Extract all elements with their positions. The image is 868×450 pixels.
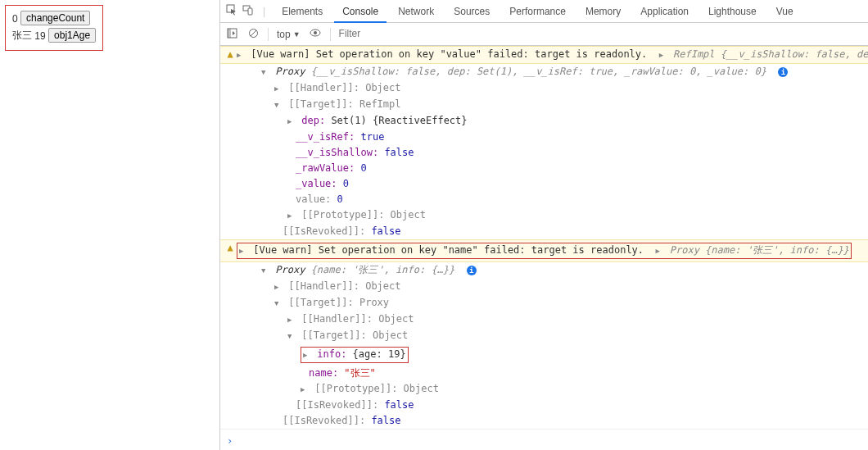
expand-toggle[interactable] <box>274 296 283 311</box>
property-key: name: <box>309 367 344 379</box>
tab-sources[interactable]: Sources <box>445 0 498 23</box>
separator <box>268 28 269 41</box>
console-warning[interactable]: ▲ [Vue warn] Set operation on key "value… <box>220 46 868 64</box>
property-value: "张三" <box>344 367 375 379</box>
clear-console-icon[interactable] <box>246 28 260 41</box>
svg-point-8 <box>314 31 317 34</box>
warning-icon: ▲ <box>224 48 237 61</box>
property-key: __v_isShallow: <box>296 147 384 158</box>
svg-rect-4 <box>228 29 231 38</box>
warning-text: [Vue warn] Set operation on key "value" … <box>251 48 647 60</box>
console-log[interactable]: Proxy {__v_isShallow: false, dep: Set(1)… <box>220 64 868 80</box>
info-icon[interactable]: i <box>778 67 788 77</box>
tab-elements[interactable]: Elements <box>274 0 331 23</box>
object-preview-label: RefImpl <box>673 48 715 60</box>
property-key: value: <box>296 193 337 205</box>
object-preview-label: Proxy <box>670 244 699 256</box>
chevron-down-icon: ▼ <box>293 30 301 39</box>
expand-toggle[interactable] <box>261 65 269 80</box>
property-key: [[IsRevoked]]: <box>283 225 371 237</box>
obj1age-button[interactable]: obj1Age <box>48 28 96 43</box>
expand-toggle[interactable] <box>303 348 311 362</box>
property-row: [[Prototype]]: Object <box>301 209 426 220</box>
expand-toggle[interactable] <box>287 329 296 343</box>
property-row: [[Target]]: RefImpl <box>288 98 400 110</box>
property-value: true <box>360 131 384 143</box>
tab-console[interactable]: Console <box>334 0 387 23</box>
property-row: [[Prototype]]: Object <box>314 383 439 394</box>
tab-vue[interactable]: Vue <box>768 0 802 23</box>
expand-toggle[interactable] <box>239 243 247 258</box>
console-log[interactable]: Proxy {name: '张三', info: {…}} i <box>220 262 868 279</box>
expand-toggle[interactable] <box>287 208 296 223</box>
highlighted-warning: [Vue warn] Set operation on key "name" f… <box>237 243 852 259</box>
count-value: 0 <box>12 13 18 25</box>
change-count-button[interactable]: changeCount <box>20 11 90 25</box>
console-toolbar: top ▼ <box>220 23 868 46</box>
filter-input[interactable] <box>339 26 503 42</box>
device-toggle-icon[interactable] <box>242 4 255 18</box>
expand-toggle[interactable] <box>656 243 664 258</box>
app-box: 0 changeCount 张三 19 obj1Age <box>5 5 103 51</box>
expand-toggle[interactable] <box>287 114 296 129</box>
property-row: [[Target]]: Object <box>301 330 408 341</box>
svg-line-6 <box>251 30 256 36</box>
tab-network[interactable]: Network <box>390 0 442 23</box>
context-label: top <box>277 29 291 40</box>
expand-toggle[interactable] <box>301 382 309 397</box>
property-value: {age: 19} <box>353 348 406 360</box>
live-expression-icon[interactable] <box>309 27 322 41</box>
property-key: [[IsRevoked]]: <box>283 415 371 426</box>
object-props: {__v_isShallow: false, dep: Set(1), __v_… <box>311 66 766 77</box>
expand-toggle[interactable] <box>261 263 269 278</box>
console-output: ▲ [Vue warn] Set operation on key "value… <box>220 46 868 450</box>
warning-icon: ▲ <box>224 241 237 255</box>
property-key: dep: <box>301 115 325 126</box>
prompt-icon: › <box>227 435 233 447</box>
expand-toggle[interactable] <box>659 48 667 62</box>
svg-rect-2 <box>248 8 252 15</box>
inspect-icon[interactable] <box>225 4 238 18</box>
separator <box>330 28 331 41</box>
expand-toggle[interactable] <box>287 312 296 327</box>
property-value: 0 <box>337 193 343 205</box>
object-label: Proxy <box>275 264 305 275</box>
property-key: _value: <box>296 178 343 189</box>
property-key: _rawValue: <box>296 162 360 174</box>
property-value: 0 <box>360 162 366 174</box>
object-props: {name: '张三', info: {…}} <box>311 264 455 275</box>
property-value: false <box>371 225 400 237</box>
property-value: false <box>384 399 414 411</box>
expand-toggle[interactable] <box>274 280 283 294</box>
console-prompt[interactable]: › <box>220 429 868 448</box>
object-preview-props: {name: '张三', info: {…}} <box>705 244 849 256</box>
property-key: __v_isRef: <box>296 131 360 143</box>
property-value: 0 <box>343 178 349 189</box>
object-preview-props: {__v_isShallow: false, dep: <box>721 48 868 60</box>
property-row: [[Handler]]: Object <box>301 313 414 325</box>
age-value: 19 <box>34 30 45 42</box>
tab-memory[interactable]: Memory <box>577 0 629 23</box>
expand-toggle[interactable] <box>274 81 283 96</box>
property-value: false <box>371 415 400 426</box>
console-sidebar-toggle-icon[interactable] <box>225 28 238 41</box>
app-preview-pane: 0 changeCount 张三 19 obj1Age <box>0 0 219 450</box>
info-icon[interactable]: i <box>467 266 477 275</box>
property-value: false <box>384 147 414 158</box>
devtools-tabs: | Elements Console Network Sources Perfo… <box>220 0 868 23</box>
context-selector[interactable]: top ▼ <box>277 29 301 40</box>
property-value: Set(1) {ReactiveEffect} <box>331 115 467 126</box>
separator: | <box>263 6 265 17</box>
property-row: [[Handler]]: Object <box>288 280 400 292</box>
object-label: Proxy <box>275 66 305 77</box>
highlighted-property: info: {age: 19} <box>301 347 409 363</box>
devtools-panel: | Elements Console Network Sources Perfo… <box>219 0 868 450</box>
expand-toggle[interactable] <box>274 98 283 112</box>
tab-performance[interactable]: Performance <box>501 0 574 23</box>
property-key: info: <box>317 348 352 360</box>
expand-toggle[interactable] <box>237 48 245 62</box>
tab-lighthouse[interactable]: Lighthouse <box>700 0 765 23</box>
tab-application[interactable]: Application <box>632 0 697 23</box>
property-row: [[Target]]: Proxy <box>288 297 389 308</box>
console-warning[interactable]: ▲ [Vue warn] Set operation on key "name"… <box>220 239 868 262</box>
